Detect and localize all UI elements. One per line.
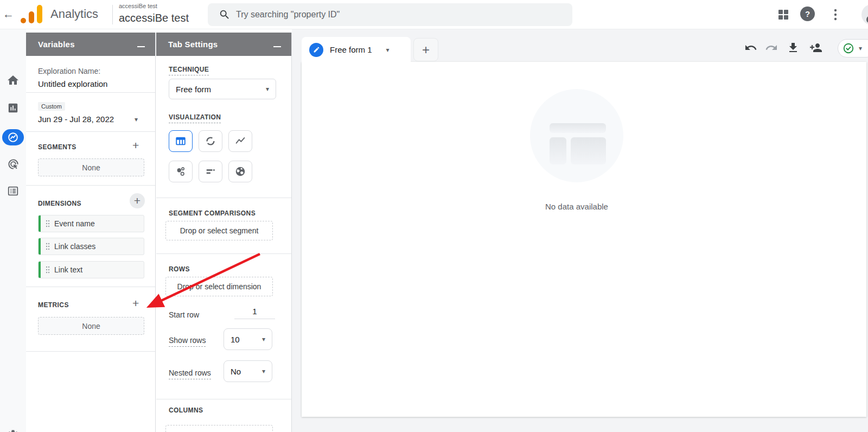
metrics-empty-box[interactable]: None: [38, 317, 144, 335]
app-header: ← Analytics accessiBe test accessiBe tes…: [0, 0, 868, 29]
exploration-name-value[interactable]: Untitled exploration: [38, 79, 107, 88]
line-chart-icon: [234, 135, 246, 147]
viz-donut-button[interactable]: [199, 130, 222, 152]
dimension-chip[interactable]: Link classes: [38, 238, 144, 255]
divider: [26, 185, 155, 186]
segments-label: SEGMENTS: [38, 143, 76, 151]
exploration-canvas: No data available: [302, 62, 866, 417]
exploration-name-label: Exploration Name:: [38, 67, 100, 75]
chevron-down-icon: ▾: [262, 367, 265, 375]
table-icon: [175, 135, 187, 147]
add-segment-button[interactable]: +: [132, 140, 139, 151]
segment-drop-zone[interactable]: Drop or select segment: [165, 221, 273, 240]
divider: [26, 351, 155, 352]
redo-icon[interactable]: [765, 41, 778, 54]
dimension-chip[interactable]: Event name: [38, 215, 144, 232]
nav-rail: [0, 29, 26, 432]
avatar[interactable]: [861, 4, 868, 25]
tab-label: Free form 1: [330, 45, 372, 54]
add-tab-button[interactable]: +: [413, 38, 438, 61]
viz-scatter-button[interactable]: [169, 161, 193, 182]
add-metric-button[interactable]: +: [132, 298, 139, 309]
divider: [26, 92, 155, 93]
placeholder-bar: [550, 123, 606, 133]
rows-drop-zone[interactable]: Drop or select dimension: [165, 277, 273, 296]
columns-drop-zone[interactable]: [165, 425, 273, 432]
sidebar-item-library[interactable]: [0, 182, 26, 200]
sidebar-item-advertising[interactable]: [0, 155, 26, 173]
dimension-chip[interactable]: Link text: [38, 261, 144, 278]
columns-label: COLUMNS: [169, 406, 203, 414]
panel-title: Tab Settings: [168, 40, 218, 49]
sidebar-item-reports[interactable]: [0, 99, 26, 117]
viz-bar-button[interactable]: [199, 161, 222, 182]
placeholder-block: [571, 137, 606, 164]
explore-active-pill: [2, 129, 24, 145]
show-rows-select[interactable]: 10 ▾: [224, 328, 272, 350]
minimize-icon[interactable]: [273, 40, 282, 48]
chip-accent: [39, 215, 41, 232]
divider: [112, 5, 113, 24]
start-row-label: Start row: [169, 310, 199, 319]
drag-handle-icon: [46, 243, 50, 250]
metrics-label: METRICS: [38, 301, 69, 309]
status-dropdown[interactable]: ▾: [838, 39, 868, 58]
kebab-menu-icon[interactable]: [829, 8, 842, 22]
sidebar-item-home[interactable]: [0, 71, 26, 90]
logo-bar-mid: [29, 11, 34, 23]
advertising-icon: [7, 158, 20, 170]
chevron-down-icon: ▾: [266, 85, 269, 93]
globe-icon: [234, 166, 246, 177]
placeholder-block: [550, 137, 566, 164]
bar-chart-icon: [7, 102, 19, 114]
share-user-icon[interactable]: [809, 41, 822, 54]
nested-rows-value: No: [231, 367, 241, 376]
variables-panel-header: Variables: [26, 33, 155, 56]
minimize-icon[interactable]: [137, 40, 145, 48]
search-icon: [219, 9, 231, 21]
explore-icon: [7, 131, 19, 143]
visualization-label: VISUALIZATION: [169, 113, 221, 123]
sidebar-item-admin[interactable]: [0, 426, 26, 432]
date-badge: Custom: [38, 102, 65, 111]
rows-label: ROWS: [169, 265, 190, 273]
check-circle-icon: [843, 42, 854, 54]
scatter-chart-icon: [175, 166, 187, 177]
viz-geo-button[interactable]: [228, 161, 252, 182]
viz-line-button[interactable]: [228, 130, 252, 152]
gear-icon: [7, 429, 20, 432]
help-icon[interactable]: ?: [800, 7, 815, 21]
apps-grid-icon[interactable]: [777, 8, 790, 21]
technique-value: Free form: [176, 85, 211, 94]
chip-accent: [39, 262, 41, 278]
sidebar-item-explore[interactable]: [0, 128, 26, 147]
account-label: accessiBe test: [119, 3, 157, 9]
divider: [156, 399, 291, 399]
pencil-icon: [309, 43, 323, 57]
download-icon[interactable]: [787, 41, 800, 54]
drag-handle-icon: [46, 220, 50, 227]
divider: [156, 198, 291, 198]
start-row-input[interactable]: [234, 304, 275, 319]
back-arrow-icon[interactable]: ←: [3, 8, 14, 21]
dimension-chip-label: Link classes: [54, 242, 95, 251]
tab-free-form-1[interactable]: Free form 1 ▾: [302, 37, 411, 62]
undo-icon[interactable]: [744, 41, 757, 54]
segments-empty-box[interactable]: None: [38, 158, 144, 176]
property-name: accessiBe test: [119, 12, 189, 24]
variables-panel: Variables Exploration Name: Untitled exp…: [26, 33, 156, 432]
library-icon: [7, 185, 19, 197]
search-bar[interactable]: [208, 3, 572, 26]
divider: [156, 253, 291, 254]
dimensions-label: DIMENSIONS: [38, 200, 81, 207]
chevron-down-icon: ▾: [135, 116, 138, 123]
empty-state-graphic: [530, 89, 623, 182]
add-dimension-button[interactable]: +: [130, 193, 145, 208]
chevron-down-icon: ▾: [262, 335, 265, 343]
chevron-down-icon[interactable]: ▾: [386, 46, 390, 54]
search-input[interactable]: [236, 3, 561, 26]
nested-rows-select[interactable]: No ▾: [224, 360, 272, 382]
logo-dot: [21, 18, 26, 23]
technique-select[interactable]: Free form ▾: [169, 79, 276, 99]
viz-table-button[interactable]: [169, 130, 193, 152]
